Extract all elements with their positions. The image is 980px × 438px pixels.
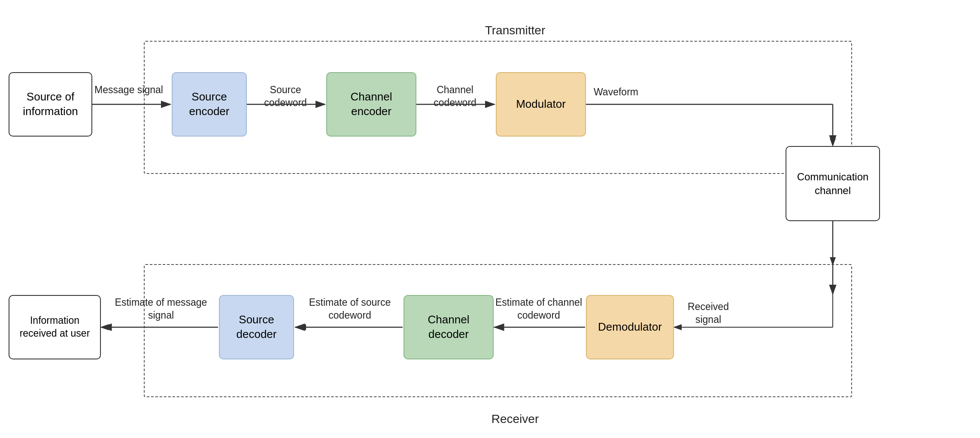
- receiver-label: Receiver: [365, 412, 665, 426]
- channel-codeword-label: Channel codeword: [419, 84, 492, 110]
- modulator-box: Modulator: [496, 72, 586, 137]
- diagram: Transmitter Receiver Source of informati…: [0, 0, 980, 438]
- information-received-box: Information received at user: [9, 295, 101, 359]
- message-signal-label: Message signal: [92, 84, 165, 97]
- source-decoder-box: Source decoder: [219, 295, 294, 359]
- communication-channel-label: Communication channel: [797, 170, 869, 197]
- channel-decoder-box: Channel decoder: [404, 295, 494, 359]
- transmitter-label: Transmitter: [365, 24, 665, 37]
- demodulator-label: Demodulator: [598, 320, 662, 335]
- source-of-information-label: Source of information: [23, 90, 78, 119]
- channel-encoder-box: Channel encoder: [326, 72, 416, 137]
- source-of-information-box: Source of information: [9, 72, 92, 137]
- est-message-signal-label: Estimate of message signal: [103, 296, 219, 322]
- est-source-codeword-label: Estimate of source codeword: [298, 296, 401, 322]
- waveform-label: Waveform: [590, 86, 642, 99]
- source-codeword-label: Source codeword: [249, 84, 322, 110]
- communication-channel-box: Communication channel: [786, 146, 880, 221]
- channel-encoder-label: Channel encoder: [351, 90, 392, 119]
- information-received-label: Information received at user: [20, 314, 90, 340]
- demodulator-box: Demodulator: [586, 295, 674, 359]
- source-encoder-box: Source encoder: [172, 72, 247, 137]
- received-signal-label: Received signal: [678, 301, 738, 326]
- channel-decoder-label: Channel decoder: [428, 313, 470, 342]
- source-decoder-label: Source decoder: [237, 313, 277, 342]
- source-encoder-label: Source encoder: [189, 90, 230, 119]
- modulator-label: Modulator: [516, 97, 566, 112]
- est-channel-codeword-label: Estimate of channel codeword: [494, 296, 584, 322]
